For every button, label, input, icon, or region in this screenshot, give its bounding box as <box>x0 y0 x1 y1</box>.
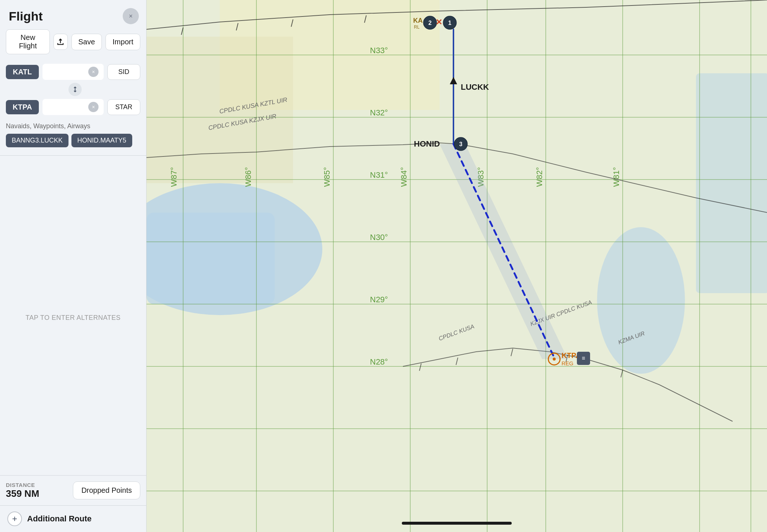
svg-text:HONID: HONID <box>414 139 440 148</box>
svg-line-44 <box>566 355 568 362</box>
airways-label: Navaids, Waypoints, Airways <box>0 119 146 132</box>
destination-tag[interactable]: KTPA <box>6 100 39 114</box>
svg-text:N31°: N31° <box>370 170 388 180</box>
origin-clear-icon[interactable]: × <box>88 67 99 77</box>
svg-point-3 <box>147 183 322 315</box>
origin-tag[interactable]: KATL <box>6 65 39 79</box>
svg-text:KA: KA <box>413 17 423 24</box>
route-tag-2[interactable]: HONID.MAATY5 <box>71 134 132 147</box>
svg-line-39 <box>291 19 293 27</box>
distance-label: DISTANCE <box>6 482 39 488</box>
swap-container <box>6 82 140 97</box>
destination-row: KTPA × STAR <box>6 97 140 117</box>
svg-text:1: 1 <box>448 20 452 26</box>
svg-line-40 <box>364 15 366 23</box>
svg-text:N29°: N29° <box>370 295 388 304</box>
svg-rect-70 <box>577 352 590 365</box>
svg-text:✕: ✕ <box>436 18 442 27</box>
destination-clear-icon[interactable]: × <box>88 102 99 112</box>
home-indicator <box>402 522 512 525</box>
svg-rect-6 <box>696 73 767 293</box>
bottom-section: DISTANCE 359 NM Dropped Points <box>0 475 146 505</box>
svg-rect-4 <box>147 213 275 304</box>
svg-marker-54 <box>450 77 457 84</box>
sid-button[interactable]: SID <box>107 64 140 80</box>
add-route-icon[interactable]: + <box>7 511 22 526</box>
svg-line-41 <box>419 363 421 371</box>
svg-marker-52 <box>440 144 568 359</box>
svg-point-67 <box>553 358 556 361</box>
svg-text:≡: ≡ <box>582 355 585 361</box>
svg-text:W85°: W85° <box>322 167 331 187</box>
route-tags: BANNG3.LUCKK HONID.MAATY5 <box>0 132 146 151</box>
svg-text:CPDLC KUSA KZJX UIR: CPDLC KUSA KZJX UIR <box>208 113 277 132</box>
route-tag-1[interactable]: BANNG3.LUCKK <box>6 134 68 147</box>
distance-value: 359 NM <box>6 488 39 499</box>
new-flight-button[interactable]: New Flight <box>6 29 50 54</box>
svg-text:N32°: N32° <box>370 108 388 117</box>
svg-text:LUCKK: LUCKK <box>461 82 489 92</box>
save-button[interactable]: Save <box>71 34 102 50</box>
svg-point-66 <box>548 353 560 365</box>
svg-text:W87°: W87° <box>169 167 178 187</box>
share-button[interactable] <box>53 34 68 50</box>
svg-text:KZMA UIR: KZMA UIR <box>617 330 646 346</box>
svg-text:N33°: N33° <box>370 46 388 55</box>
tap-alternates-text: TAP TO ENTER ALTERNATES <box>26 314 121 322</box>
origin-row: KATL × SID <box>6 62 140 82</box>
map-area[interactable]: N33° N32° N31° N30° N29° N28° W87° W86° … <box>147 0 767 532</box>
svg-line-43 <box>511 349 513 356</box>
svg-line-45 <box>621 370 623 377</box>
svg-rect-1 <box>220 0 440 110</box>
additional-route-label: Additional Route <box>27 514 92 524</box>
svg-text:KZJX UIR CPDLC KUSA: KZJX UIR CPDLC KUSA <box>529 299 593 327</box>
flight-panel: Flight × New Flight Save Import KATL × S… <box>0 0 147 532</box>
dropped-points-button[interactable]: Dropped Points <box>73 481 140 499</box>
svg-point-5 <box>597 227 685 374</box>
svg-text:CPDLC KUSA: CPDLC KUSA <box>438 323 475 342</box>
panel-header: Flight × <box>0 0 146 29</box>
svg-text:3: 3 <box>459 141 463 147</box>
origin-input[interactable]: × <box>42 64 104 80</box>
svg-text:2: 2 <box>429 20 432 26</box>
divider-1 <box>0 155 146 156</box>
svg-text:W83°: W83° <box>476 167 485 187</box>
destination-input[interactable]: × <box>42 99 104 115</box>
svg-rect-0 <box>147 0 767 532</box>
svg-text:W84°: W84° <box>399 167 408 187</box>
svg-line-37 <box>181 27 183 35</box>
import-button[interactable]: Import <box>105 34 140 50</box>
panel-title: Flight <box>9 9 43 23</box>
svg-text:KTPA: KTPA <box>562 351 581 359</box>
star-button[interactable]: STAR <box>107 99 140 115</box>
tap-alternates-area[interactable]: TAP TO ENTER ALTERNATES <box>0 160 146 475</box>
swap-button[interactable] <box>68 83 82 96</box>
svg-text:N28°: N28° <box>370 357 388 366</box>
svg-text:W81°: W81° <box>612 167 621 187</box>
svg-text:CPDLC KUSA KZTL UIR: CPDLC KUSA KZTL UIR <box>219 96 288 115</box>
distance-block: DISTANCE 359 NM <box>6 482 39 499</box>
svg-point-55 <box>443 16 456 29</box>
svg-text:W86°: W86° <box>244 167 253 187</box>
svg-line-53 <box>453 144 555 359</box>
svg-rect-2 <box>147 37 293 183</box>
close-button[interactable]: × <box>123 8 139 24</box>
svg-text:REG: REG <box>562 360 574 366</box>
svg-line-38 <box>236 23 238 30</box>
airport-section: KATL × SID KTPA × STAR <box>0 60 146 119</box>
svg-point-60 <box>454 137 467 151</box>
additional-route-section[interactable]: + Additional Route <box>0 505 146 532</box>
svg-text:N30°: N30° <box>370 233 388 242</box>
toolbar: New Flight Save Import <box>0 29 146 60</box>
svg-text:RL: RL <box>414 25 420 30</box>
svg-text:W82°: W82° <box>535 167 544 187</box>
svg-point-57 <box>423 16 437 29</box>
svg-line-42 <box>456 358 458 365</box>
